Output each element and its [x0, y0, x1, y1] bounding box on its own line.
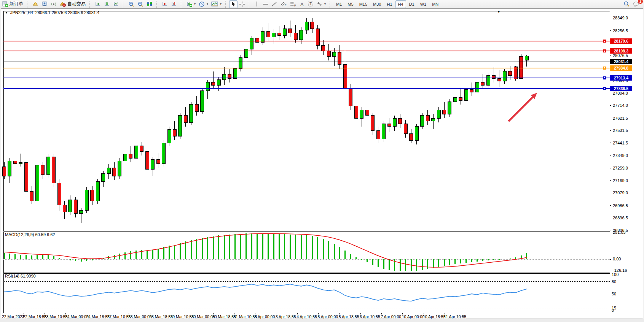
time-axis-label: 30 Mar 18:55 [212, 314, 236, 319]
trendline-tool-button[interactable] [270, 0, 279, 8]
price-badge-label: 27913.4 [614, 76, 628, 80]
signals-button[interactable] [49, 0, 58, 8]
dropdown-caret-icon: ▾ [207, 2, 208, 6]
time-axis-label: 23 Mar 10:55 [44, 314, 68, 319]
time-axis-label: 22 Mar 18:55 [23, 314, 46, 319]
toolbar-separator [225, 1, 228, 8]
channel-tool-button[interactable]: E [279, 0, 288, 8]
candlestick-chart-icon [104, 1, 110, 7]
autotrading-button[interactable]: 自动交易 [58, 0, 87, 8]
candle-body [8, 161, 11, 176]
chart-canvas[interactable]: 28349.028256.528168.528076.527894.027804… [1, 9, 643, 319]
new-chart-button[interactable]: ▾ [185, 0, 197, 8]
candle-body [486, 76, 490, 85]
time-axis-label: 30 Mar 00:00 [191, 314, 215, 319]
clock-icon [199, 1, 205, 7]
price-pane [3, 11, 610, 231]
candle-body [223, 74, 226, 79]
time-axis-label: 28 Mar 18:55 [149, 314, 173, 319]
timeframe-MN[interactable]: MN [429, 0, 441, 8]
dropdown-caret-icon: ▾ [324, 2, 326, 6]
market-watch-button[interactable] [31, 0, 40, 8]
fibonacci-icon: F [290, 1, 296, 7]
time-axis-label: 3 Apr 00:00 [255, 314, 275, 319]
line-chart-mode-button[interactable] [112, 0, 121, 8]
bar-chart-mode-button[interactable] [93, 0, 102, 8]
new-order-button[interactable]: 新订单 [1, 0, 25, 8]
cursor-tool-button[interactable] [229, 0, 238, 8]
autotrading-icon [60, 1, 66, 7]
svg-text:T: T [309, 2, 312, 6]
zoom-in-button[interactable] [127, 0, 136, 8]
terminal-icon [41, 1, 48, 7]
timeframe-D1[interactable]: D1 [406, 0, 417, 8]
text-label-icon: T [308, 1, 314, 7]
scroll-to-end-marker[interactable]: ▼ [497, 10, 501, 14]
timeframe-H4[interactable]: H4 [395, 0, 406, 8]
time-axis-label: 4 Apr 10:55 [296, 314, 317, 319]
candle-body [503, 71, 506, 81]
candle-body [509, 71, 512, 76]
svg-text:A: A [300, 2, 304, 7]
price-axis-label: 27169.0 [613, 178, 628, 183]
time-axis-label: 6 Apr 10:55 [360, 314, 380, 319]
fibonacci-tool-button[interactable]: F [288, 0, 298, 8]
candle-body [448, 102, 451, 114]
candle-body [3, 167, 6, 176]
candle-body [305, 22, 308, 30]
text-label-tool-button[interactable]: T [306, 0, 315, 8]
auto-scroll-button[interactable] [160, 0, 169, 8]
templates-button[interactable]: ▾ [210, 0, 223, 8]
candle-body [80, 211, 83, 213]
price-axis-label: 28256.5 [613, 29, 628, 33]
candle-body [289, 29, 292, 33]
candle-body [399, 118, 402, 124]
candle-body [206, 82, 209, 91]
zoom-out-button[interactable] [136, 0, 145, 8]
candle-body [233, 69, 237, 78]
timeframe-M30[interactable]: M30 [370, 0, 384, 8]
chart-shift-button[interactable] [169, 0, 179, 8]
timeframe-H1[interactable]: H1 [384, 0, 395, 8]
candle-body [333, 52, 336, 56]
tile-windows-button[interactable] [145, 0, 154, 8]
text-tool-button[interactable]: A [298, 0, 306, 8]
price-badge-label: 27836.5 [614, 86, 628, 91]
autotrading-label: 自动交易 [67, 1, 86, 7]
crosshair-tool-button[interactable] [238, 0, 247, 8]
timeframe-W1[interactable]: W1 [418, 0, 429, 8]
arrows-tool-button[interactable]: ▾ [315, 0, 327, 8]
timeframe-M5[interactable]: M5 [345, 0, 356, 8]
dropdown-caret-icon: ▾ [194, 2, 196, 6]
candle-body [316, 29, 319, 45]
rsi-axis-label: 50 [612, 292, 616, 296]
price-axis-label: 26986.5 [613, 203, 628, 208]
toolbar-separator [89, 1, 92, 8]
vertical-line-tool-button[interactable] [253, 0, 261, 8]
notifications-button[interactable]: 1 [631, 0, 641, 8]
timeframe-M15[interactable]: M15 [357, 0, 370, 8]
candle-body [525, 56, 528, 60]
timeframe-toolbar: M1M5M15M30H1H4D1W1MN [333, 0, 441, 8]
toolbar-separator [181, 1, 183, 8]
search-button[interactable] [622, 0, 631, 8]
gold-cone-icon [32, 1, 38, 7]
candle-body [217, 80, 220, 85]
price-axis-label: 26896.5 [613, 216, 628, 220]
candle-body [129, 154, 132, 158]
mt4-application: { "toolbar": { "new_order_label": "新订单",… [0, 0, 644, 322]
chart-window: 28349.028256.528168.528076.527894.027804… [1, 8, 643, 319]
macd-axis-label: 0.00 [613, 257, 621, 261]
time-axis-label: 27 Mar 10:55 [107, 314, 131, 319]
price-axis-label: 27259.0 [613, 166, 628, 170]
timeframe-M1[interactable]: M1 [333, 0, 344, 8]
price-axis-label: 27804.0 [613, 91, 628, 95]
candle-body [272, 33, 276, 37]
bar-chart-icon [95, 1, 101, 7]
horizontal-line-tool-button[interactable] [261, 0, 270, 8]
rsi-pane [3, 273, 610, 313]
periods-button[interactable]: ▾ [197, 0, 210, 8]
candlestick-mode-button[interactable] [102, 0, 112, 8]
terminal-button[interactable] [40, 0, 49, 8]
text-icon: A [300, 2, 304, 7]
